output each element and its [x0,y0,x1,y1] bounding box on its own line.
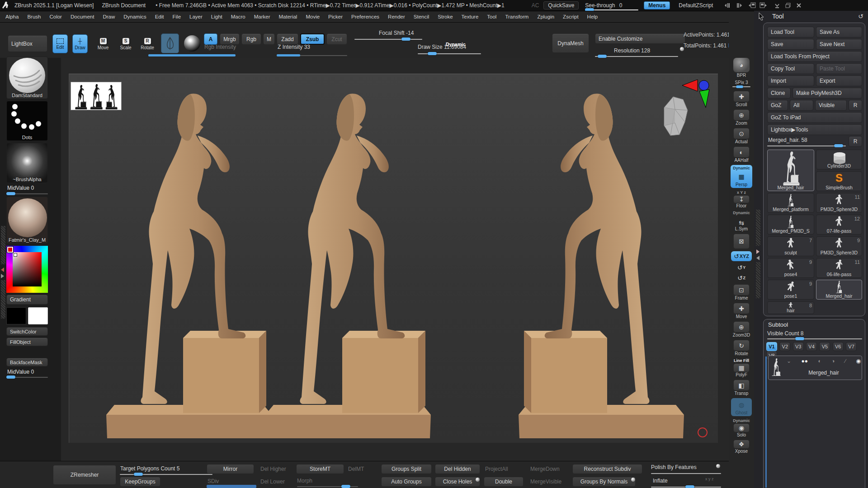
draw-size-track[interactable] [418,53,481,54]
menu-layer[interactable]: Layer [189,14,203,19]
subtool-scrollbar[interactable] [765,357,767,488]
menu-texture[interactable]: Texture [462,14,479,19]
persp-button[interactable]: Dynamic▦Persp [731,165,752,188]
frame-button[interactable]: ⊡Frame [733,284,750,300]
polyf-button[interactable]: Line Fill▦PolyF [733,358,750,377]
rotate-3d-button[interactable]: ↻Rotate [733,340,750,356]
zremesher-button[interactable]: ZRemesher [53,465,116,485]
sculpt-render[interactable] [69,74,718,443]
menu-draw[interactable]: Draw [103,14,115,19]
goz-all-button[interactable]: All [790,100,813,111]
current-brush-preview[interactable] [161,33,179,53]
scale-mode-button[interactable]: S Scale [118,34,133,53]
scroll-button[interactable]: ✚Scroll [733,91,750,107]
right-tray-handle-2[interactable] [756,262,760,298]
gradient-button[interactable]: Gradient [6,295,48,305]
menu-render[interactable]: Render [388,14,405,19]
menu-stroke[interactable]: Stroke [438,14,453,19]
tool-thumb-pose4[interactable]: 9 pose4 [767,258,814,278]
mergedown-label[interactable]: MergeDown [530,466,560,472]
color-picker-square[interactable] [13,252,42,286]
tool-thumb-pm3d-sphere3d-1[interactable]: 11 PM3D_Sphere3D [816,193,862,213]
polypaint-icon[interactable]: ●● [802,358,808,364]
lock-camera-button[interactable]: ⊠ [733,234,750,249]
del-lower-label[interactable]: Del Lower [260,479,285,485]
reconstruct-subdiv-button[interactable]: Reconstruct Subdiv [572,464,642,474]
panel-history-icon[interactable]: ↺ [858,13,863,20]
m-button[interactable]: M [263,33,275,45]
visible-count-thumb[interactable] [795,337,804,340]
canvas-area[interactable] [61,58,729,461]
mrgb-button[interactable]: Mrgb [220,33,240,45]
current-alpha-thumbnail[interactable]: ~BrushAlpha [6,143,48,183]
quicksave-button[interactable]: QuickSave [543,1,579,9]
target-polygons-thumb[interactable] [134,473,143,476]
close-icon[interactable] [796,2,803,9]
dynamesh-button[interactable]: DynaMesh [552,33,589,53]
goz-to-ipad-button[interactable]: GoZ To iPad [767,112,862,123]
menu-picker[interactable]: Picker [328,14,343,19]
morph-thumb[interactable] [341,485,350,488]
menu-preferences[interactable]: Preferences [351,14,379,19]
current-brush-thumbnail[interactable]: DamStandard [6,56,48,99]
shrink-right-icon[interactable] [735,2,742,9]
intersect-icon[interactable]: ◑ [831,358,835,364]
tool-thumb-07-life-pass[interactable]: 12 07-life-pass [816,215,862,235]
half-shade-icon[interactable]: ◐ [818,358,821,364]
rgb-intensity-slider[interactable] [148,54,236,56]
export-button[interactable]: Export [816,75,862,86]
lightbox-tools-button[interactable]: Lightbox▶Tools [767,124,862,135]
zsub-button[interactable]: Zsub [300,33,325,45]
left-tray-open-icon[interactable] [1,267,4,272]
menu-document[interactable]: Document [71,14,94,19]
tool-thumb-pose1[interactable]: 9 pose1 [767,280,814,300]
double-button[interactable]: Double [484,477,524,487]
menu-color[interactable]: Color [49,14,61,19]
shrink-left-icon[interactable] [724,2,731,9]
morph-label[interactable]: Morph [297,478,312,484]
lightbox-button[interactable]: LightBox [8,35,47,52]
ghost-button[interactable]: ◍Ghost [731,398,752,416]
make-polymesh3d-button[interactable]: Make PolyMesh3D [793,88,862,99]
polish-dot[interactable] [716,464,720,468]
tool-thumb-simplebrush[interactable]: S SimpleBrush [816,171,862,191]
goz-visible-button[interactable]: Visible [815,100,847,111]
document-nav-thumbnail[interactable] [71,82,122,110]
statue-left[interactable] [106,94,272,438]
focal-shift-track[interactable] [354,39,422,40]
transp-button[interactable]: ◧Transp [733,380,750,396]
save-button[interactable]: Save [767,39,814,50]
mirror-button[interactable]: Mirror [207,464,254,474]
rotate-xyz-button[interactable]: ↺XYZ [731,251,752,261]
left-tray-handle-2[interactable] [1,280,5,319]
right-tray-handle[interactable] [756,210,760,246]
menu-edit[interactable]: Edit [155,14,164,19]
tool-thumb-merged-pm3d[interactable]: Merged_PM3D_S [767,215,814,235]
minimize-icon[interactable] [774,2,781,9]
actual-button[interactable]: ⊙Actual [733,128,750,144]
menu-zplugin[interactable]: Zplugin [537,14,554,19]
tool-thumb-merged-hair-small[interactable]: Merged_hair [816,280,862,300]
aahalf-button[interactable]: ◐AAHalf [733,146,750,163]
draw-mode-button[interactable]: ┼ Draw [72,34,88,53]
menu-transform[interactable]: Transform [505,14,528,19]
zcut-button[interactable]: Zcut [326,33,347,45]
load-tools-from-project-button[interactable]: Load Tools From Project [767,51,862,62]
menu-tool[interactable]: Tool [487,14,496,19]
flatten-arrow-icon[interactable]: ⌄ [787,358,791,364]
secondary-color-swatch[interactable] [28,307,48,324]
visibility-eye-icon[interactable]: ◉ [856,358,861,364]
draw-size-thumb[interactable] [428,52,437,55]
backfacemask-button[interactable]: BackfaceMask [6,358,48,366]
goz-r-button[interactable]: R [849,100,862,111]
floor-button[interactable]: x Y z↧Floor [733,190,750,208]
save-as-button[interactable]: Save As [816,27,862,38]
save-next-button[interactable]: Save Next [816,39,862,50]
axis-gizmo[interactable] [681,78,717,109]
menu-help[interactable]: Help [587,14,598,19]
menu-zscript[interactable]: Zscript [563,14,579,19]
focal-shift-thumb[interactable] [401,38,410,41]
keepgroups-button[interactable]: KeepGroups [120,477,160,487]
current-stroke-thumbnail[interactable]: Dots [6,101,48,141]
tool-thumb-merged-hair-big[interactable]: Merged_hair [767,150,814,191]
